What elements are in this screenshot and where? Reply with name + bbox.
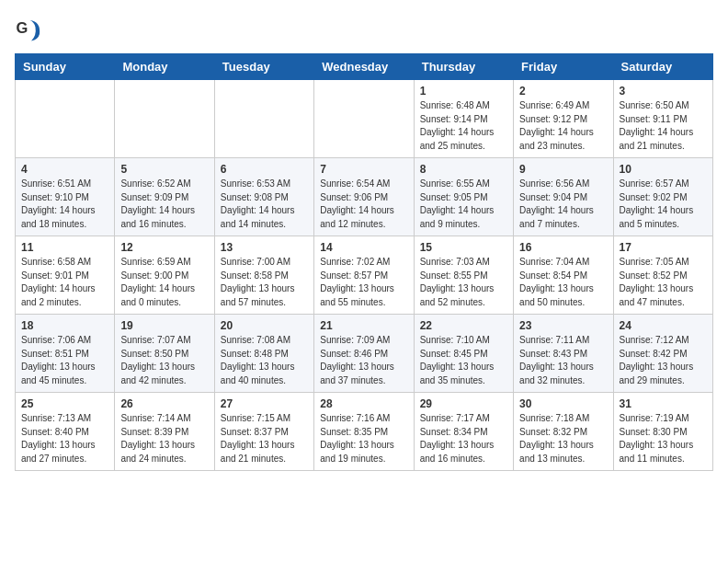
calendar-day: 17Sunrise: 7:05 AMSunset: 8:52 PMDayligh… xyxy=(613,236,712,315)
day-info: Sunrise: 7:02 AMSunset: 8:57 PMDaylight:… xyxy=(320,256,407,309)
day-number: 9 xyxy=(519,163,607,176)
day-info: Sunrise: 7:09 AMSunset: 8:46 PMDaylight:… xyxy=(320,334,407,387)
day-number: 10 xyxy=(620,163,707,176)
calendar-day: 5Sunrise: 6:52 AMSunset: 9:09 PMDaylight… xyxy=(115,158,214,236)
day-number: 26 xyxy=(120,397,208,410)
day-number: 2 xyxy=(519,85,607,98)
calendar-day xyxy=(314,80,414,158)
day-number: 17 xyxy=(620,241,707,254)
day-number: 22 xyxy=(420,319,507,332)
calendar-day: 7Sunrise: 6:54 AMSunset: 9:06 PMDaylight… xyxy=(314,158,414,236)
calendar-day: 3Sunrise: 6:50 AMSunset: 9:11 PMDaylight… xyxy=(613,80,712,158)
day-number: 12 xyxy=(120,241,208,254)
calendar-day: 1Sunrise: 6:48 AMSunset: 9:14 PMDaylight… xyxy=(414,80,513,158)
page-header: G xyxy=(15,15,713,42)
day-info: Sunrise: 7:14 AMSunset: 8:39 PMDaylight:… xyxy=(120,412,208,465)
day-info: Sunrise: 6:48 AMSunset: 9:14 PMDaylight:… xyxy=(420,99,507,153)
day-info: Sunrise: 6:55 AMSunset: 9:05 PMDaylight:… xyxy=(420,178,507,231)
weekday-monday: Monday xyxy=(115,54,214,80)
weekday-tuesday: Tuesday xyxy=(214,54,313,80)
calendar-day: 19Sunrise: 7:07 AMSunset: 8:50 PMDayligh… xyxy=(115,315,214,393)
day-info: Sunrise: 6:50 AMSunset: 9:11 PMDaylight:… xyxy=(620,99,707,153)
calendar-day xyxy=(214,80,313,158)
calendar-body: 1Sunrise: 6:48 AMSunset: 9:14 PMDaylight… xyxy=(16,80,713,471)
day-info: Sunrise: 7:00 AMSunset: 8:58 PMDaylight:… xyxy=(221,256,308,309)
day-info: Sunrise: 7:12 AMSunset: 8:42 PMDaylight:… xyxy=(620,334,707,387)
day-number: 4 xyxy=(21,163,108,176)
svg-text:G: G xyxy=(17,19,28,36)
calendar-day: 24Sunrise: 7:12 AMSunset: 8:42 PMDayligh… xyxy=(613,315,712,393)
day-number: 27 xyxy=(221,397,308,410)
day-info: Sunrise: 7:18 AMSunset: 8:32 PMDaylight:… xyxy=(519,412,607,465)
day-number: 16 xyxy=(519,241,607,254)
calendar-day: 8Sunrise: 6:55 AMSunset: 9:05 PMDaylight… xyxy=(414,158,513,236)
day-info: Sunrise: 6:57 AMSunset: 9:02 PMDaylight:… xyxy=(620,178,707,231)
day-number: 18 xyxy=(21,319,108,332)
day-number: 7 xyxy=(320,163,407,176)
weekday-friday: Friday xyxy=(514,54,613,80)
calendar-day: 13Sunrise: 7:00 AMSunset: 8:58 PMDayligh… xyxy=(214,236,313,315)
day-number: 11 xyxy=(21,241,108,254)
day-info: Sunrise: 6:53 AMSunset: 9:08 PMDaylight:… xyxy=(221,178,308,231)
day-number: 20 xyxy=(221,319,308,332)
day-info: Sunrise: 6:59 AMSunset: 9:00 PMDaylight:… xyxy=(120,256,208,309)
day-info: Sunrise: 6:58 AMSunset: 9:01 PMDaylight:… xyxy=(21,256,108,309)
day-info: Sunrise: 7:16 AMSunset: 8:35 PMDaylight:… xyxy=(320,412,407,465)
day-info: Sunrise: 7:13 AMSunset: 8:40 PMDaylight:… xyxy=(21,412,108,465)
weekday-row: SundayMondayTuesdayWednesdayThursdayFrid… xyxy=(16,54,713,80)
logo: G xyxy=(15,15,46,42)
calendar-week-2: 4Sunrise: 6:51 AMSunset: 9:10 PMDaylight… xyxy=(16,158,713,236)
weekday-thursday: Thursday xyxy=(414,54,513,80)
calendar-day xyxy=(16,80,115,158)
calendar-day: 16Sunrise: 7:04 AMSunset: 8:54 PMDayligh… xyxy=(514,236,613,315)
calendar-day: 25Sunrise: 7:13 AMSunset: 8:40 PMDayligh… xyxy=(16,393,115,471)
day-info: Sunrise: 7:06 AMSunset: 8:51 PMDaylight:… xyxy=(21,334,108,387)
day-number: 31 xyxy=(620,397,707,410)
day-number: 6 xyxy=(221,163,308,176)
calendar-day: 27Sunrise: 7:15 AMSunset: 8:37 PMDayligh… xyxy=(214,393,313,471)
weekday-saturday: Saturday xyxy=(613,54,712,80)
calendar-day: 21Sunrise: 7:09 AMSunset: 8:46 PMDayligh… xyxy=(314,315,414,393)
calendar-day: 28Sunrise: 7:16 AMSunset: 8:35 PMDayligh… xyxy=(314,393,414,471)
day-info: Sunrise: 6:49 AMSunset: 9:12 PMDaylight:… xyxy=(519,99,607,153)
day-info: Sunrise: 7:19 AMSunset: 8:30 PMDaylight:… xyxy=(620,412,707,465)
calendar-header: SundayMondayTuesdayWednesdayThursdayFrid… xyxy=(16,54,713,80)
calendar-day: 29Sunrise: 7:17 AMSunset: 8:34 PMDayligh… xyxy=(414,393,513,471)
day-info: Sunrise: 7:15 AMSunset: 8:37 PMDaylight:… xyxy=(221,412,308,465)
calendar-day: 10Sunrise: 6:57 AMSunset: 9:02 PMDayligh… xyxy=(613,158,712,236)
calendar-day: 15Sunrise: 7:03 AMSunset: 8:55 PMDayligh… xyxy=(414,236,513,315)
day-number: 30 xyxy=(519,397,607,410)
calendar-week-4: 18Sunrise: 7:06 AMSunset: 8:51 PMDayligh… xyxy=(16,315,713,393)
logo-icon: G xyxy=(15,15,42,42)
day-number: 8 xyxy=(420,163,507,176)
day-number: 24 xyxy=(620,319,707,332)
day-number: 15 xyxy=(420,241,507,254)
day-number: 5 xyxy=(120,163,208,176)
day-number: 19 xyxy=(120,319,208,332)
weekday-sunday: Sunday xyxy=(16,54,115,80)
calendar-day: 12Sunrise: 6:59 AMSunset: 9:00 PMDayligh… xyxy=(115,236,214,315)
day-info: Sunrise: 6:52 AMSunset: 9:09 PMDaylight:… xyxy=(120,178,208,231)
day-number: 25 xyxy=(21,397,108,410)
calendar-day: 26Sunrise: 7:14 AMSunset: 8:39 PMDayligh… xyxy=(115,393,214,471)
calendar-day: 2Sunrise: 6:49 AMSunset: 9:12 PMDaylight… xyxy=(514,80,613,158)
day-number: 1 xyxy=(420,85,507,98)
calendar-day xyxy=(115,80,214,158)
day-info: Sunrise: 6:51 AMSunset: 9:10 PMDaylight:… xyxy=(21,178,108,231)
weekday-wednesday: Wednesday xyxy=(314,54,414,80)
calendar-day: 23Sunrise: 7:11 AMSunset: 8:43 PMDayligh… xyxy=(514,315,613,393)
calendar-day: 30Sunrise: 7:18 AMSunset: 8:32 PMDayligh… xyxy=(514,393,613,471)
calendar-day: 18Sunrise: 7:06 AMSunset: 8:51 PMDayligh… xyxy=(16,315,115,393)
day-number: 3 xyxy=(620,85,707,98)
calendar-day: 6Sunrise: 6:53 AMSunset: 9:08 PMDaylight… xyxy=(214,158,313,236)
day-number: 13 xyxy=(221,241,308,254)
calendar-day: 22Sunrise: 7:10 AMSunset: 8:45 PMDayligh… xyxy=(414,315,513,393)
calendar-week-3: 11Sunrise: 6:58 AMSunset: 9:01 PMDayligh… xyxy=(16,236,713,315)
calendar-week-5: 25Sunrise: 7:13 AMSunset: 8:40 PMDayligh… xyxy=(16,393,713,471)
day-info: Sunrise: 7:07 AMSunset: 8:50 PMDaylight:… xyxy=(120,334,208,387)
day-info: Sunrise: 7:10 AMSunset: 8:45 PMDaylight:… xyxy=(420,334,507,387)
day-info: Sunrise: 7:05 AMSunset: 8:52 PMDaylight:… xyxy=(620,256,707,309)
day-number: 23 xyxy=(519,319,607,332)
day-info: Sunrise: 7:17 AMSunset: 8:34 PMDaylight:… xyxy=(420,412,507,465)
day-info: Sunrise: 6:54 AMSunset: 9:06 PMDaylight:… xyxy=(320,178,407,231)
